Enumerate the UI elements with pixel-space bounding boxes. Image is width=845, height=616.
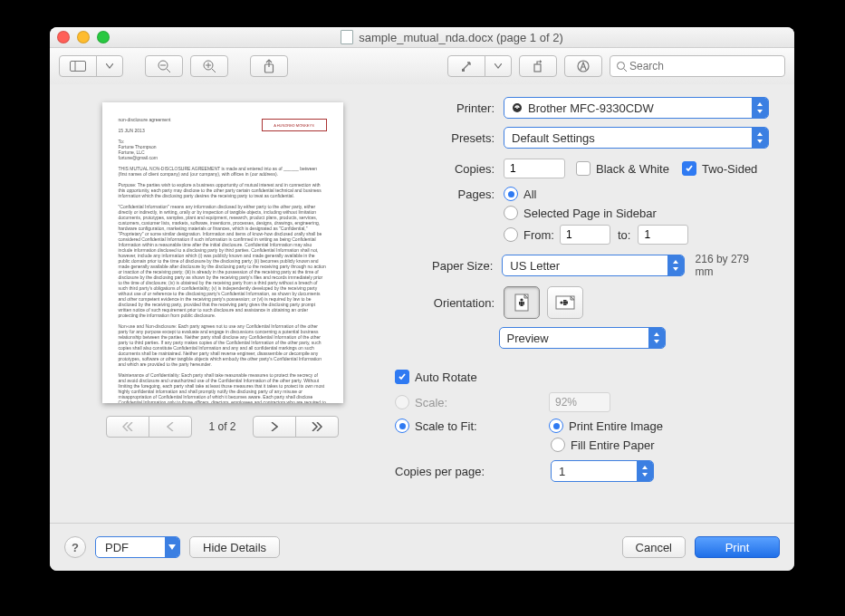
scale-to-fit-label: Scale to Fit: [415, 419, 549, 433]
zoom-in-button[interactable] [190, 55, 228, 77]
presets-select[interactable]: Default Settings [504, 127, 769, 149]
chevron-down-icon [165, 537, 179, 557]
copies-input[interactable] [504, 159, 565, 178]
pages-selected-radio[interactable] [504, 206, 518, 220]
paper-dim-label: 216 by 279 mm [696, 253, 769, 278]
last-page-button[interactable] [295, 416, 339, 438]
annotate-button[interactable] [564, 55, 602, 77]
orientation-portrait-button[interactable] [504, 286, 540, 319]
two-sided-label: Two-Sided [702, 162, 757, 176]
pdf-menu[interactable]: PDF [95, 536, 180, 558]
svg-line-6 [212, 69, 216, 72]
svg-rect-12 [534, 64, 541, 72]
toolbar [50, 48, 794, 85]
markup-dropdown[interactable] [485, 55, 512, 77]
sidebar-view-button[interactable] [59, 55, 97, 77]
fill-paper-label: Fill Entire Paper [571, 438, 654, 452]
pages-to-label: to: [618, 228, 630, 242]
svg-point-19 [520, 298, 523, 301]
window: sample_mutual_nda.docx (page 1 of 2) [50, 27, 794, 571]
svg-rect-11 [462, 69, 465, 72]
printer-value: Brother MFC-9330CDW [528, 101, 654, 115]
document-icon [341, 30, 353, 44]
minimize-window-button[interactable] [77, 31, 90, 43]
svg-point-17 [516, 107, 518, 109]
paper-size-label: Paper Size: [395, 259, 493, 273]
printer-label: Printer: [395, 101, 495, 115]
svg-line-15 [624, 69, 627, 72]
paper-size-select[interactable]: US Letter [502, 255, 684, 276]
hide-details-button[interactable]: Hide Details [189, 536, 280, 558]
scale-input [549, 392, 610, 412]
search-input[interactable] [628, 59, 779, 73]
page-thumbnail-text: non-disclosure agreement 15 JUN 2013 To:… [119, 117, 327, 403]
markup-button[interactable] [447, 55, 485, 77]
pages-all-label: All [523, 188, 536, 201]
zoom-out-button[interactable] [145, 55, 183, 77]
pages-label: Pages: [395, 188, 495, 201]
presets-value: Default Settings [512, 131, 595, 145]
module-value: Preview [507, 332, 549, 345]
close-window-button[interactable] [57, 31, 70, 43]
chevron-updown-icon [667, 255, 684, 275]
chevron-updown-icon [752, 128, 768, 148]
settings-column: Printer: Brother MFC-9330CDW Presets: De… [395, 84, 794, 524]
svg-rect-25 [563, 302, 568, 304]
printer-select[interactable]: Brother MFC-9330CDW [504, 97, 769, 119]
pdf-label: PDF [105, 541, 129, 554]
chevron-updown-icon [648, 328, 665, 348]
copies-per-page-value: 1 [559, 465, 565, 478]
svg-point-14 [618, 62, 625, 69]
module-select[interactable]: Preview [499, 327, 666, 349]
share-button[interactable] [250, 55, 288, 77]
logo: A HUNDRED MONKEYS [262, 119, 327, 131]
rotate-button[interactable] [519, 55, 557, 77]
scale-label: Scale: [415, 396, 549, 409]
fill-paper-radio[interactable] [551, 438, 565, 452]
copies-per-page-label: Copies per page: [395, 465, 495, 478]
window-title: sample_mutual_nda.docx (page 1 of 2) [117, 30, 787, 44]
chevron-updown-icon [752, 98, 768, 118]
bw-checkbox[interactable] [576, 161, 591, 176]
auto-rotate-label: Auto Rotate [415, 371, 477, 384]
page-indicator: 1 of 2 [208, 420, 235, 433]
svg-rect-26 [563, 300, 567, 302]
print-button[interactable]: Print [695, 536, 780, 558]
scale-radio[interactable] [395, 395, 409, 409]
pages-range-radio[interactable] [504, 227, 518, 242]
copies-per-page-select[interactable]: 1 [551, 460, 654, 482]
presets-label: Presets: [395, 131, 495, 145]
svg-rect-0 [71, 62, 86, 72]
svg-line-3 [167, 69, 170, 72]
dialog-body: A HUNDRED MONKEYS non-disclosure agreeme… [50, 84, 794, 524]
two-sided-checkbox[interactable] [682, 161, 696, 176]
pages-selected-label: Selected Page in Sidebar [523, 207, 657, 220]
footer: ? PDF Hide Details Cancel Print [50, 523, 794, 571]
scale-to-fit-radio[interactable] [395, 419, 409, 433]
svg-rect-21 [519, 302, 521, 305]
next-page-button[interactable] [253, 416, 296, 438]
pages-from-input[interactable] [560, 225, 610, 245]
print-entire-radio[interactable] [549, 419, 563, 433]
titlebar: sample_mutual_nda.docx (page 1 of 2) [50, 27, 794, 48]
search-field[interactable] [610, 55, 785, 77]
page-thumbnail[interactable]: A HUNDRED MONKEYS non-disclosure agreeme… [102, 102, 343, 403]
prev-page-button[interactable] [149, 416, 192, 438]
pages-from-label: From: [523, 228, 554, 242]
orientation-label: Orientation: [395, 296, 495, 310]
pages-to-input[interactable] [638, 225, 688, 245]
svg-rect-27 [563, 304, 567, 306]
help-button[interactable]: ? [64, 536, 86, 558]
pages-all-radio[interactable] [504, 187, 518, 201]
auto-rotate-checkbox[interactable] [395, 370, 409, 384]
orientation-landscape-button[interactable] [547, 286, 583, 319]
svg-point-24 [560, 301, 562, 303]
first-page-button[interactable] [106, 416, 149, 438]
zoom-window-button[interactable] [97, 31, 110, 43]
cancel-button[interactable]: Cancel [622, 536, 686, 558]
preview-column: A HUNDRED MONKEYS non-disclosure agreeme… [50, 84, 395, 524]
print-entire-label: Print Entire Image [569, 419, 663, 433]
bw-label: Black & White [596, 162, 669, 176]
sidebar-view-dropdown[interactable] [96, 55, 123, 77]
pager: 1 of 2 [106, 416, 338, 438]
